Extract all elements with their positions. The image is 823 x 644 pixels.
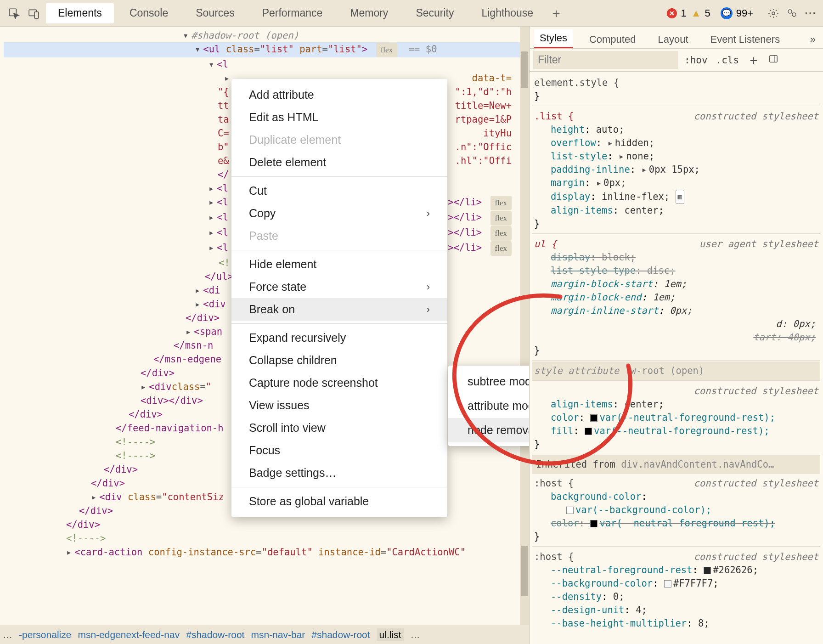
styles-subtabs: Styles Computed Layout Event Listeners » [530,27,823,49]
ctx-view-issues[interactable]: View issues [231,394,447,417]
ctx-badge-settings[interactable]: Badge settings… [231,462,447,484]
inherited-from-row: Inherited from div.navAndContent.navAndC… [532,455,820,474]
ctx-edit-html[interactable]: Edit as HTML [231,106,447,129]
ctx-delete[interactable]: Delete element [231,151,447,174]
submenu-attr-mod[interactable]: attribute modifications [448,394,529,418]
new-style-icon[interactable]: ＋ [745,51,762,69]
svg-rect-2 [34,11,39,18]
error-icon: ✕ [667,8,677,18]
error-badge[interactable]: ✕ 1 [667,7,686,19]
ctx-paste: Paste [231,225,447,247]
subtab-layout[interactable]: Layout [652,31,693,48]
styles-rules[interactable]: element.style { } constructed stylesheet… [530,72,823,644]
warning-badge[interactable]: ▲ 5 [691,7,710,19]
dom-fragment: <l [217,59,228,70]
svg-point-3 [772,12,775,15]
tab-performance[interactable]: Performance [250,3,335,23]
break-on-submenu: subtree modifications attribute modifica… [448,366,529,446]
scrollbar-thumb-top[interactable] [521,51,528,88]
chevron-right-icon: › [427,304,430,316]
more-icon[interactable]: ⋯ [801,6,819,20]
submenu-subtree-mod[interactable]: subtree modifications [448,369,529,394]
warning-count: 5 [705,7,710,19]
styles-filter-row: :hov .cls ＋ [530,49,823,72]
ctx-duplicate: Duplicate element [231,129,447,151]
flex-editor-icon[interactable]: ▦ [676,190,684,204]
shadow-root-label: #shadow-root (open) [191,30,299,41]
ctx-collapse-children[interactable]: Collapse children [231,349,447,372]
chevron-right-icon: › [427,208,430,220]
breadcrumb-end[interactable]: … [410,629,420,640]
device-toggle-icon[interactable] [24,3,44,23]
panel-dock-icon[interactable] [767,54,780,66]
ctx-store-global[interactable]: Store as global variable [231,490,447,513]
devtools-toolbar: Elements Console Sources Performance Mem… [0,0,823,27]
tab-console[interactable]: Console [118,3,180,23]
ctx-capture-screenshot[interactable]: Capture node screenshot [231,372,447,394]
cls-toggle[interactable]: .cls [714,55,741,66]
svg-point-4 [788,10,792,13]
tab-lighthouse[interactable]: Lighthouse [469,3,545,23]
issues-count: 99+ [736,7,753,19]
breadcrumb-item[interactable]: #shadow-root [311,629,370,640]
customize-icon[interactable] [783,8,801,19]
tab-security[interactable]: Security [404,3,466,23]
ctx-expand-recursive[interactable]: Expand recursively [231,327,447,349]
issues-icon: 💬 [721,7,733,19]
subtab-styles[interactable]: Styles [534,29,573,48]
chevron-right-icon: › [427,281,430,293]
submenu-node-removal[interactable]: node removal [448,418,529,442]
hov-toggle[interactable]: :hov [682,55,710,66]
tab-memory[interactable]: Memory [338,3,400,23]
breadcrumb-item-active[interactable]: ul.list [377,628,404,641]
ctx-cut[interactable]: Cut [231,180,447,202]
ctx-force-state[interactable]: Force state› [231,276,447,298]
breadcrumb-start[interactable]: … [3,629,12,640]
ctx-copy[interactable]: Copy› [231,202,447,225]
ctx-focus[interactable]: Focus [231,439,447,462]
selected-hint: == $0 [409,44,437,55]
svg-point-5 [792,13,796,17]
elements-dom-tree-panel: #shadow-root (open) <ul class="list" par… [0,27,529,644]
filter-input[interactable] [533,51,678,69]
scrollbar-thumb-bottom[interactable] [521,546,528,596]
breadcrumb-item[interactable]: msn-nav-bar [251,629,305,640]
styles-panel: Styles Computed Layout Event Listeners »… [529,27,823,644]
ctx-add-attribute[interactable]: Add attribute [231,84,447,106]
error-count: 1 [681,7,686,19]
add-tab-button[interactable]: ＋ [547,5,565,22]
subtab-more-icon[interactable]: » [807,31,818,48]
svg-rect-6 [770,56,778,62]
breadcrumb-item[interactable]: #shadow-root [186,629,244,640]
settings-icon[interactable] [764,8,783,19]
dom-breadcrumb: … -personalize msn-edgenext-feed-nav #sh… [0,625,529,644]
ctx-break-on[interactable]: Break on› [231,298,447,321]
subtab-computed[interactable]: Computed [584,31,642,48]
breadcrumb-item[interactable]: msn-edgenext-feed-nav [78,629,180,640]
context-menu: Add attribute Edit as HTML Duplicate ele… [231,79,447,517]
subtab-event-listeners[interactable]: Event Listeners [705,31,786,48]
issues-badge[interactable]: 💬 99+ [721,7,753,19]
warning-icon: ▲ [691,7,701,19]
ctx-hide[interactable]: Hide element [231,253,447,276]
scrollbar[interactable] [520,27,529,644]
inspect-element-icon[interactable] [4,3,24,23]
dom-fragment: data-t= [472,71,512,85]
breadcrumb-item[interactable]: -personalize [19,629,71,640]
ctx-scroll-into-view[interactable]: Scroll into view [231,417,447,439]
tab-sources[interactable]: Sources [184,3,246,23]
tab-elements[interactable]: Elements [46,3,114,23]
